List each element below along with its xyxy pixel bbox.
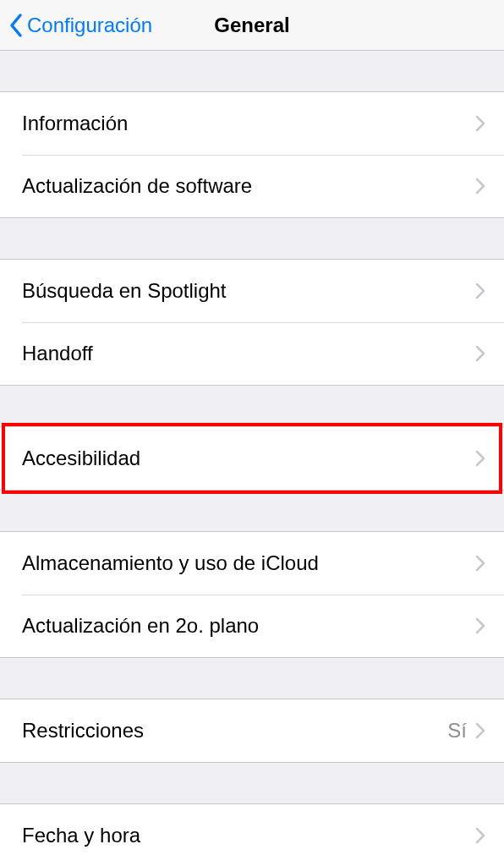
chevron-right-icon (475, 555, 485, 572)
chevron-right-icon (475, 722, 485, 739)
chevron-right-icon (475, 450, 485, 467)
list-group-accesibilidad: Accesibilidad (0, 426, 504, 491)
section-gap (0, 386, 504, 426)
back-button[interactable]: Configuración (0, 13, 152, 38)
chevron-right-icon (475, 345, 485, 362)
section-gap (0, 658, 504, 699)
list-group-info: Información Actualización de software (0, 91, 504, 218)
chevron-right-icon (475, 178, 485, 195)
row-informacion[interactable]: Información (0, 92, 504, 155)
row-label: Fecha y hora (22, 824, 475, 847)
chevron-left-icon (8, 13, 24, 38)
section-gap (0, 218, 504, 259)
row-label: Información (22, 112, 475, 135)
row-value: Sí (447, 719, 467, 743)
row-busqueda-spotlight[interactable]: Búsqueda en Spotlight (0, 260, 504, 322)
chevron-right-icon (475, 115, 485, 132)
highlighted-group: Accesibilidad (0, 426, 504, 491)
section-gap (0, 491, 504, 531)
row-label: Handoff (22, 342, 475, 365)
row-actualizacion-2o-plano[interactable]: Actualización en 2o. plano (0, 595, 504, 657)
section-gap (0, 763, 504, 803)
row-actualizacion-software[interactable]: Actualización de software (0, 155, 504, 217)
list-group-fecha: Fecha y hora (0, 803, 504, 866)
navbar: Configuración General (0, 0, 504, 51)
row-label: Actualización en 2o. plano (22, 614, 475, 638)
chevron-right-icon (475, 827, 485, 844)
row-almacenamiento-icloud[interactable]: Almacenamiento y uso de iCloud (0, 532, 504, 595)
row-label: Accesibilidad (22, 447, 475, 470)
list-group-restricciones: Restricciones Sí (0, 699, 504, 763)
back-label: Configuración (27, 14, 152, 37)
chevron-right-icon (475, 617, 485, 634)
row-label: Restricciones (22, 719, 447, 743)
section-gap (0, 51, 504, 91)
list-group-spotlight: Búsqueda en Spotlight Handoff (0, 259, 504, 386)
row-restricciones[interactable]: Restricciones Sí (0, 699, 504, 762)
row-label: Actualización de software (22, 174, 475, 198)
chevron-right-icon (475, 282, 485, 299)
row-fecha-hora[interactable]: Fecha y hora (0, 804, 504, 866)
row-accesibilidad[interactable]: Accesibilidad (0, 427, 504, 490)
row-handoff[interactable]: Handoff (0, 322, 504, 385)
row-label: Búsqueda en Spotlight (22, 279, 475, 303)
row-label: Almacenamiento y uso de iCloud (22, 551, 475, 575)
page-title: General (214, 14, 289, 37)
list-group-storage: Almacenamiento y uso de iCloud Actualiza… (0, 531, 504, 658)
